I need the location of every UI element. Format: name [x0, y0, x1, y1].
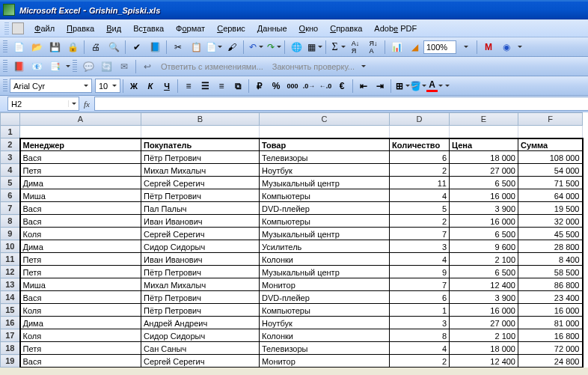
toolbar-overflow[interactable]: [443, 78, 450, 94]
percent-button[interactable]: %: [268, 78, 284, 94]
autosum-button[interactable]: Σ: [329, 39, 346, 55]
data-cell[interactable]: Михал Михалыч: [141, 164, 260, 177]
data-cell[interactable]: 3: [390, 240, 450, 253]
data-cell[interactable]: 3 900: [450, 202, 518, 215]
data-cell[interactable]: Сергей Серегич: [141, 177, 260, 189]
zoom-combo[interactable]: 100%: [423, 40, 456, 54]
align-right-button[interactable]: ≡: [213, 78, 230, 94]
data-cell[interactable]: Дима: [20, 317, 141, 329]
print-button[interactable]: 🖨: [88, 39, 104, 55]
data-cell[interactable]: 16 000: [450, 304, 518, 317]
fill-color-button[interactable]: 🪣: [410, 78, 426, 94]
header-cell[interactable]: Цена: [450, 138, 518, 151]
cell[interactable]: [390, 126, 450, 138]
worksheet[interactable]: ABCDEF12МенеджерПокупательТоварКоличеств…: [0, 112, 588, 368]
data-cell[interactable]: Вася: [20, 355, 141, 368]
data-cell[interactable]: Пётр Петрович: [141, 266, 260, 278]
data-cell[interactable]: Колонки: [260, 253, 390, 266]
data-cell[interactable]: 2 100: [450, 253, 518, 266]
cut-button[interactable]: ✂: [170, 39, 186, 55]
align-center-button[interactable]: ☰: [197, 78, 213, 94]
data-cell[interactable]: 2: [390, 164, 450, 177]
font-size-combo[interactable]: 10: [95, 79, 120, 93]
data-cell[interactable]: 72 000: [518, 342, 583, 355]
data-cell[interactable]: 8 400: [518, 253, 583, 266]
update-button[interactable]: 🔄: [98, 58, 114, 75]
data-cell[interactable]: 81 000: [518, 317, 583, 329]
data-cell[interactable]: 7: [390, 228, 450, 240]
data-cell[interactable]: Музыкальный центр: [260, 228, 390, 240]
data-cell[interactable]: DVD-плейер: [260, 291, 390, 304]
research-button[interactable]: 📘: [147, 39, 163, 55]
data-cell[interactable]: Сидор Сидорыч: [141, 240, 260, 253]
data-cell[interactable]: 2: [390, 215, 450, 228]
menu-вставка[interactable]: Вставка: [127, 22, 170, 35]
data-cell[interactable]: 16 000: [518, 304, 583, 317]
select-all-corner[interactable]: [1, 113, 20, 126]
decrease-decimal-button[interactable]: ←.0: [317, 78, 334, 94]
data-cell[interactable]: 8: [390, 329, 450, 342]
menu-справка[interactable]: Справка: [324, 22, 368, 35]
data-cell[interactable]: Андрей Андреич: [141, 317, 260, 329]
data-cell[interactable]: 6 500: [450, 266, 518, 278]
data-cell[interactable]: Петя: [20, 253, 141, 266]
row-header[interactable]: 14: [1, 291, 20, 304]
font-color-button[interactable]: А: [426, 78, 443, 94]
data-cell[interactable]: Вася: [20, 202, 141, 215]
cell[interactable]: [141, 126, 260, 138]
row-header[interactable]: 3: [1, 151, 20, 164]
merge-center-button[interactable]: ⧉: [230, 78, 246, 94]
data-cell[interactable]: 1: [390, 304, 450, 317]
data-cell[interactable]: Компьютеры: [260, 215, 390, 228]
data-cell[interactable]: Иван Иванович: [141, 253, 260, 266]
data-cell[interactable]: DVD-плейер: [260, 202, 390, 215]
drag-handle-icon[interactable]: [3, 60, 7, 73]
col-header-B[interactable]: B: [141, 113, 260, 126]
row-header[interactable]: 2: [1, 138, 20, 151]
cell[interactable]: [20, 126, 141, 138]
data-cell[interactable]: Дима: [20, 240, 141, 253]
data-cell[interactable]: 27 000: [450, 317, 518, 329]
data-cell[interactable]: Ноутбук: [260, 164, 390, 177]
col-header-C[interactable]: C: [260, 113, 390, 126]
data-cell[interactable]: 16 000: [450, 189, 518, 202]
menu-сервис[interactable]: Сервис: [211, 22, 251, 35]
underline-button[interactable]: Ч: [159, 78, 175, 94]
data-cell[interactable]: Усилитель: [260, 240, 390, 253]
row-header[interactable]: 9: [1, 228, 20, 240]
menu-окно[interactable]: Окно: [293, 22, 325, 35]
data-cell[interactable]: Коля: [20, 329, 141, 342]
data-cell[interactable]: 3 900: [450, 291, 518, 304]
menu-вид[interactable]: Вид: [100, 22, 127, 35]
sort-desc-button[interactable]: Я↓А: [365, 39, 382, 55]
preview-button[interactable]: 🔍: [105, 39, 122, 55]
data-cell[interactable]: Пётр Петрович: [141, 291, 260, 304]
comment-button[interactable]: 💬: [80, 58, 97, 75]
zoom-dropdown[interactable]: [457, 39, 474, 55]
cell[interactable]: [260, 126, 390, 138]
data-cell[interactable]: 6 500: [450, 177, 518, 189]
permissions-button[interactable]: 🔒: [64, 39, 81, 55]
data-cell[interactable]: 28 800: [518, 240, 583, 253]
data-cell[interactable]: 3: [390, 317, 450, 329]
copy-button[interactable]: 📋: [188, 39, 204, 55]
data-cell[interactable]: Пётр Петрович: [141, 151, 260, 164]
data-cell[interactable]: Миша: [20, 189, 141, 202]
pdf-email-button[interactable]: 📧: [28, 58, 45, 75]
data-cell[interactable]: Колонки: [260, 329, 390, 342]
data-cell[interactable]: Компьютеры: [260, 304, 390, 317]
data-cell[interactable]: 5: [390, 202, 450, 215]
cell[interactable]: [450, 126, 518, 138]
toolbar-overflow[interactable]: [515, 39, 523, 55]
data-cell[interactable]: 108 000: [518, 151, 583, 164]
drag-handle-icon[interactable]: [3, 79, 7, 93]
data-cell[interactable]: Сан Саныч: [141, 342, 260, 355]
row-header[interactable]: 6: [1, 189, 20, 202]
data-cell[interactable]: Миша: [20, 278, 141, 291]
data-cell[interactable]: 71 500: [518, 177, 583, 189]
data-cell[interactable]: Телевизоры: [260, 342, 390, 355]
col-header-A[interactable]: A: [20, 113, 141, 126]
italic-button[interactable]: К: [142, 78, 159, 94]
drawing-button[interactable]: ◢: [406, 39, 423, 55]
data-cell[interactable]: 6: [390, 151, 450, 164]
